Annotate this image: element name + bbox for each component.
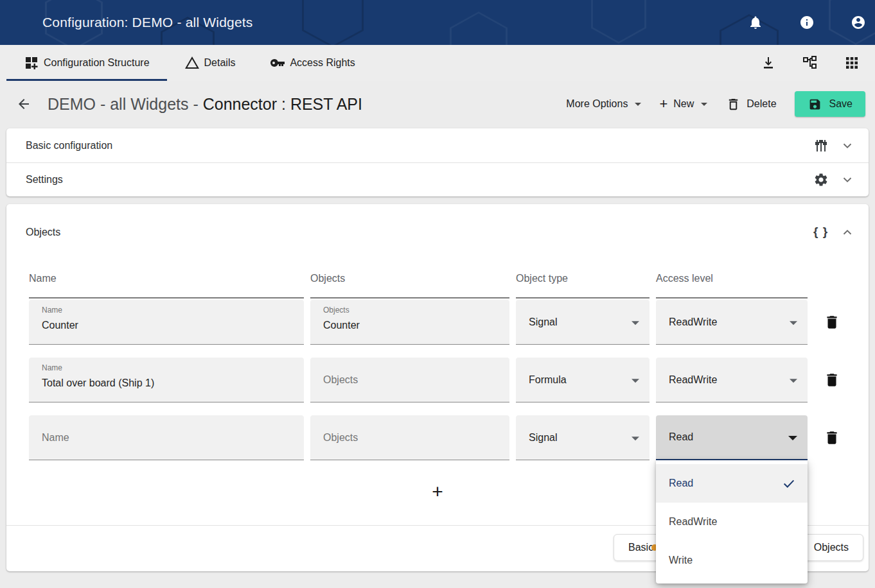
plus-icon: + [659,97,667,111]
object-type-select[interactable]: Signal [516,415,650,460]
delete-row-icon[interactable] [824,372,840,388]
field-value: Total over board (Ship 1) [42,377,154,389]
tab-label: Configuration Structure [44,57,150,69]
hexagon-decoration [450,12,508,45]
section-basic-configuration[interactable]: Basic configuration [6,128,869,162]
tune-icon [813,138,829,153]
tab-bar: Configuration Structure Details Access R… [0,45,875,81]
name-field[interactable]: Name Total over board (Ship 1) [29,358,304,402]
new-button[interactable]: + New [659,97,707,111]
header-underline [516,297,650,298]
chevron-down-icon[interactable] [840,139,854,153]
column-header-name: Name [29,273,304,284]
object-type-select[interactable]: Formula [516,358,650,402]
gear-icon [813,172,829,187]
name-field[interactable]: Name [29,415,304,460]
breadcrumb: DEMO - all Widgets - Connector : REST AP… [48,95,362,114]
menu-option-readwrite[interactable]: ReadWrite [656,503,808,541]
dropdown-arrow-icon [790,379,797,383]
header-underline [656,297,808,298]
more-options-button[interactable]: More Options [566,98,641,110]
check-icon [782,476,796,490]
toolbar-actions: More Options + New Delete Save [566,81,865,127]
more-options-label: More Options [566,98,628,110]
hexagon-decoration [302,0,364,45]
delete-row-icon[interactable] [824,314,840,331]
braces-icon: { } [813,225,829,240]
save-button[interactable]: Save [795,91,865,117]
dropdown-arrow-icon [632,321,639,325]
notifications-icon[interactable] [748,15,763,30]
save-floppy-icon [808,96,823,112]
breadcrumb-current: Connector : REST API [203,95,362,113]
header-underline [29,297,304,298]
dropdown-arrow-icon [788,436,797,440]
tab-details[interactable]: Details [167,45,253,81]
object-type-select[interactable]: Signal [516,300,650,345]
access-level-select[interactable]: ReadWrite [656,300,808,345]
section-settings[interactable]: Settings [6,162,869,196]
chevron-down-icon[interactable] [840,173,854,187]
field-placeholder: Name [42,432,69,444]
select-value: Signal [529,432,557,444]
back-icon[interactable] [16,96,31,112]
new-label: New [673,98,694,110]
warning-icon [184,55,200,71]
breadcrumb-prefix: DEMO - all Widgets - [48,95,203,113]
dropdown-arrow-icon [632,437,639,440]
hierarchy-icon[interactable] [802,55,818,71]
field-value: Counter [323,320,360,331]
column-header-object-type: Object type [516,273,650,284]
menu-option-read[interactable]: Read [656,464,808,503]
select-value: Signal [529,316,557,328]
menu-option-label: Write [669,555,693,566]
chevron-down-icon [701,103,707,106]
configuration-card: Basic configuration Settings [6,128,869,196]
nav-chip-objects[interactable]: Objects [799,534,863,561]
delete-button[interactable]: Delete [725,96,776,112]
add-row-button[interactable]: + [432,482,443,501]
access-level-select[interactable]: ReadWrite [656,358,808,402]
chevron-up-icon[interactable] [840,225,854,239]
field-placeholder: Objects [323,432,358,444]
tab-configuration-structure[interactable]: Configuration Structure [6,45,167,81]
objects-field[interactable]: Objects [310,358,509,402]
select-value: ReadWrite [669,374,717,386]
grid-icon[interactable] [844,55,860,71]
access-level-menu: Read ReadWrite Write [656,460,808,584]
name-field[interactable]: Name Counter [29,300,304,345]
section-title: Settings [26,174,63,186]
download-icon[interactable] [761,55,776,71]
section-title: Objects [26,227,60,238]
hexagon-decoration [591,0,646,44]
info-icon[interactable] [799,15,815,30]
menu-option-label: Read [669,478,693,489]
dropdown-arrow-icon [790,321,797,325]
access-level-select-open[interactable]: Read [656,415,808,460]
delete-row-icon[interactable] [824,429,840,446]
objects-field[interactable]: Objects Counter [310,300,509,345]
account-icon[interactable] [851,15,866,30]
key-icon [270,55,285,71]
trash-outline-icon [725,96,741,112]
section-objects[interactable]: Objects { } [6,204,869,245]
save-label: Save [829,98,853,110]
tab-access-rights[interactable]: Access Rights [252,45,372,81]
column-header-objects: Objects [310,273,509,284]
field-label: Name [42,306,62,315]
tab-bar-actions [761,45,860,81]
tab-label: Access Rights [290,57,355,69]
select-value: Read [669,431,693,443]
page-title: Configuration: DEMO - all Widgets [42,15,253,30]
menu-option-write[interactable]: Write [656,541,808,580]
select-value: ReadWrite [669,316,717,328]
app-bar: Configuration: DEMO - all Widgets [0,0,875,45]
tab-label: Details [204,57,236,69]
section-title: Basic configuration [26,140,112,151]
menu-option-label: ReadWrite [669,516,717,528]
field-value: Counter [42,320,78,331]
objects-field[interactable]: Objects [310,415,509,460]
field-placeholder: Objects [323,374,358,386]
app-bar-actions [748,0,866,45]
dashboard-customize-icon [24,55,39,71]
